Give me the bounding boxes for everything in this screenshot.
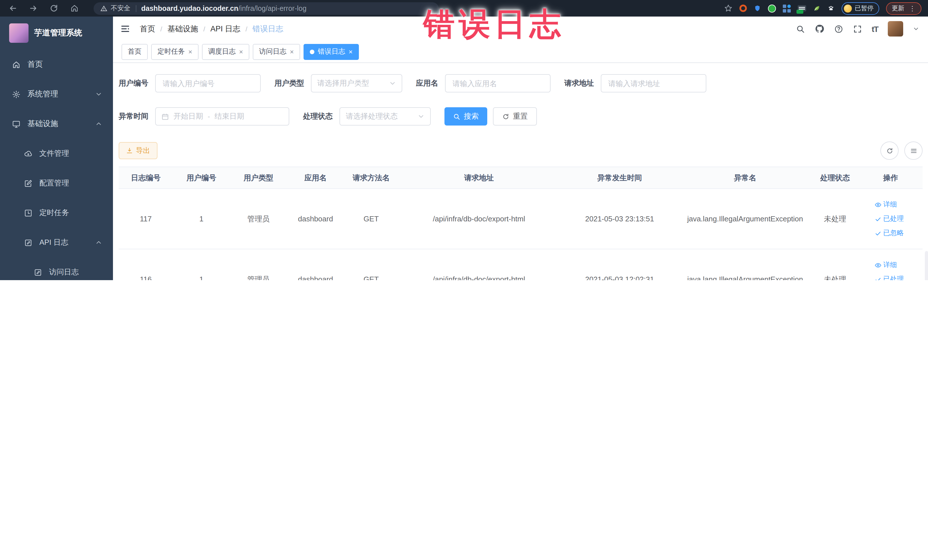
header-actions: tT (796, 21, 919, 37)
tab-label: 调度日志 (208, 47, 236, 56)
search-icon[interactable] (796, 24, 805, 34)
sidebar-item-scheduled-jobs[interactable]: 定时任务 (0, 198, 113, 227)
sidebar-item-label: API 日志 (40, 237, 68, 248)
error-log-table: 日志编号 用户编号 用户类型 应用名 请求方法名 请求地址 异常发生时间 异常名… (119, 166, 923, 280)
sidebar-item-home[interactable]: 首页 (0, 50, 113, 79)
search-button[interactable]: 搜索 (444, 107, 487, 125)
breadcrumb-separator: / (203, 25, 205, 33)
mark-processed-link[interactable]: 已处理 (875, 275, 904, 280)
breadcrumb-item[interactable]: 基础设施 (168, 24, 198, 34)
browser-home-icon[interactable] (70, 4, 79, 12)
user-id-input[interactable] (155, 74, 261, 92)
user-avatar[interactable] (888, 21, 903, 37)
detail-link[interactable]: 详细 (875, 200, 897, 209)
font-size-icon[interactable]: tT (872, 24, 878, 34)
reset-button[interactable]: 重置 (493, 107, 537, 125)
calendar-icon (162, 113, 169, 120)
select-placeholder: 请选择处理状态 (346, 111, 398, 122)
profile-badge-label: 已暂停 (855, 4, 873, 12)
start-date-placeholder: 开始日期 (174, 111, 203, 122)
cell-actions: 详细 已处理 已忽略 (859, 200, 922, 238)
extension-icon-green[interactable] (768, 4, 776, 12)
extension-icon-grid[interactable] (783, 4, 791, 12)
github-icon[interactable] (815, 24, 824, 34)
extension-icon-paw[interactable] (827, 5, 835, 12)
export-button[interactable]: 导出 (119, 142, 157, 159)
sidebar-item-infra[interactable]: 基础设施 (0, 109, 113, 139)
breadcrumb-item[interactable]: API 日志 (210, 24, 240, 34)
cell-request-url: /api/infra/db-doc/export-html (398, 215, 560, 223)
chevron-down-icon (389, 80, 396, 87)
active-dot-icon (310, 49, 314, 54)
extension-icon-ring[interactable] (739, 5, 747, 12)
reset-button-label: 重置 (513, 111, 528, 122)
mark-processed-link[interactable]: 已处理 (875, 214, 904, 224)
sidebar-item-api-log[interactable]: API 日志 (0, 227, 113, 257)
forward-icon[interactable] (29, 4, 38, 12)
close-icon[interactable]: × (290, 48, 294, 55)
extension-icon-switch[interactable] (798, 5, 806, 11)
extension-icon-shield[interactable] (754, 5, 761, 12)
cell-user-type: 管理员 (230, 214, 287, 224)
cell-log-id: 117 (119, 215, 173, 223)
log-document-icon (34, 268, 42, 276)
back-icon[interactable] (9, 4, 17, 12)
help-icon[interactable] (834, 24, 843, 34)
filter-row-2: 异常时间 开始日期 - 结束日期 处理状态 请选择处理状态 (119, 107, 923, 125)
col-request-url: 请求地址 (398, 172, 560, 183)
tab-error-log[interactable]: 错误日志 × (304, 44, 359, 60)
avatar-caret-icon[interactable] (913, 26, 919, 32)
chrome-update-button[interactable]: 更新 ⋮ (886, 2, 922, 15)
tab-access-log[interactable]: 访问日志 × (253, 44, 300, 60)
tab-dispatch-log[interactable]: 调度日志 × (202, 44, 249, 60)
sidebar-item-file-manage[interactable]: 文件管理 (0, 139, 113, 168)
mark-ignored-link[interactable]: 已忽略 (875, 228, 904, 238)
cell-process-status: 未处理 (811, 214, 859, 224)
sidebar-item-label: 首页 (27, 60, 43, 70)
col-exception-time: 异常发生时间 (560, 172, 679, 183)
breadcrumb-item[interactable]: 首页 (140, 24, 155, 34)
cell-log-id: 116 (119, 275, 173, 280)
app-name-input[interactable] (445, 74, 551, 92)
sidebar-item-access-log[interactable]: 访问日志 (0, 257, 113, 280)
cell-request-method: GET (344, 215, 398, 223)
chevron-down-icon (418, 113, 424, 120)
sidebar-item-system[interactable]: 系统管理 (0, 79, 113, 109)
cell-app-name: dashboard (287, 215, 344, 223)
close-icon[interactable]: × (349, 48, 353, 55)
col-log-id: 日志编号 (119, 172, 173, 183)
request-url-input[interactable] (601, 74, 706, 92)
content: 用户编号 用户类型 请选择用户类型 应用名 (113, 63, 928, 280)
column-settings-button[interactable] (904, 142, 923, 160)
collapse-sidebar-icon[interactable] (121, 24, 130, 34)
bookmark-star-icon[interactable] (724, 4, 733, 12)
url-path: /infra/log/api-error-log (238, 4, 307, 12)
date-range-input[interactable]: 开始日期 - 结束日期 (155, 107, 289, 125)
check-icon (875, 230, 882, 237)
cell-user-id: 1 (173, 215, 230, 223)
close-icon[interactable]: × (239, 48, 243, 55)
eye-icon (875, 262, 882, 269)
close-icon[interactable]: × (188, 48, 192, 55)
request-url-label: 请求地址 (564, 78, 594, 89)
tab-scheduled-jobs[interactable]: 定时任务 × (151, 44, 198, 60)
detail-link[interactable]: 详细 (875, 260, 897, 270)
process-status-select[interactable]: 请选择处理状态 (339, 107, 431, 125)
cell-app-name: dashboard (287, 275, 344, 280)
tab-home[interactable]: 首页 (122, 44, 148, 60)
user-type-select[interactable]: 请选择用户类型 (311, 74, 402, 92)
refresh-table-button[interactable] (881, 142, 899, 160)
browser-menu-icon[interactable]: ⋮ (909, 4, 916, 12)
cloud-upload-icon (24, 149, 32, 158)
fullscreen-icon[interactable] (853, 24, 862, 34)
eye-icon (875, 201, 882, 208)
app-title: 芋道管理系统 (34, 28, 82, 38)
vertical-scrollbar[interactable] (925, 251, 928, 280)
profile-paused-badge[interactable]: 已暂停 (841, 2, 879, 15)
sidebar-item-config-manage[interactable]: 配置管理 (0, 168, 113, 198)
address-bar[interactable]: 不安全 dashboard.yudao.iocoder.cn/infra/log… (93, 2, 439, 15)
reload-icon[interactable] (50, 4, 58, 12)
user-id-label: 用户编号 (119, 78, 148, 89)
extension-icon-leaf[interactable] (813, 5, 820, 12)
col-exception-name: 异常名 (679, 172, 811, 183)
